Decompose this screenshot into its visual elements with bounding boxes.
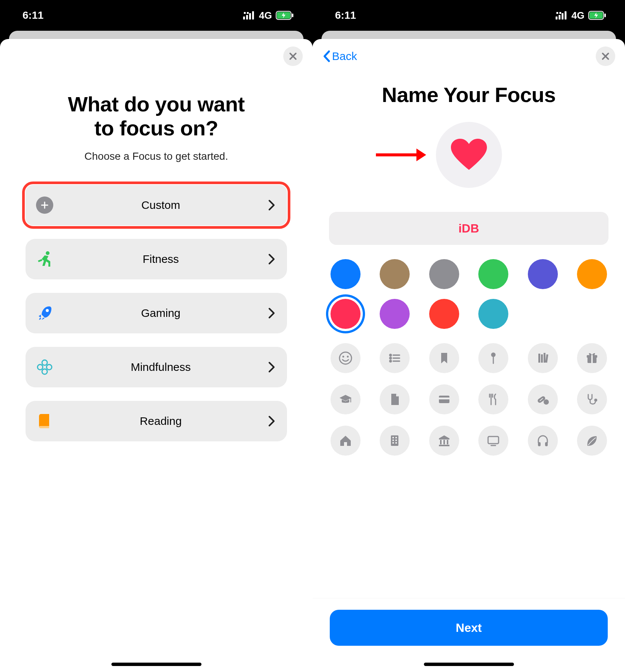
battery-charging-icon [276, 11, 294, 20]
color-swatch-indigo[interactable] [528, 259, 558, 289]
focus-icon-preview[interactable] [436, 122, 502, 188]
svg-point-34 [491, 352, 496, 357]
svg-rect-53 [392, 440, 394, 441]
color-swatch-pink[interactable] [331, 299, 361, 329]
svg-point-12 [42, 369, 47, 374]
svg-rect-50 [391, 435, 398, 446]
status-time: 6:11 [335, 9, 356, 21]
focus-name-input[interactable]: iDB [329, 212, 608, 245]
color-swatch-green[interactable] [478, 259, 508, 289]
svg-rect-36 [538, 354, 540, 363]
svg-rect-52 [395, 437, 397, 438]
back-label: Back [332, 50, 357, 63]
close-icon [601, 51, 610, 61]
svg-point-32 [390, 360, 391, 362]
glyph-bookmark-icon[interactable] [429, 343, 459, 373]
svg-rect-8 [292, 14, 293, 17]
page-subtitle: Choose a Focus to get started. [0, 144, 312, 185]
color-swatch-brown[interactable] [380, 259, 410, 289]
arrow-annotation-icon [374, 146, 427, 164]
svg-rect-23 [604, 14, 606, 17]
glyph-leaf-icon[interactable] [577, 426, 607, 456]
svg-point-25 [340, 352, 352, 364]
glyph-smile-icon[interactable] [331, 343, 361, 373]
svg-rect-2 [249, 13, 251, 20]
chevron-right-icon [268, 416, 276, 427]
color-picker [312, 245, 625, 329]
glyph-bank-icon[interactable] [429, 426, 459, 456]
page-title: Name Your Focus [312, 70, 625, 111]
home-indicator[interactable] [111, 663, 201, 666]
glyph-display-icon[interactable] [478, 426, 508, 456]
battery-charging-icon [588, 11, 606, 20]
svg-rect-5 [247, 12, 249, 14]
svg-point-9 [46, 251, 50, 255]
plus-circle-icon [36, 196, 53, 214]
glyph-pin-icon[interactable] [478, 343, 508, 373]
svg-point-27 [347, 356, 349, 358]
focus-option-gaming[interactable]: Gaming [26, 293, 287, 333]
close-button[interactable] [283, 46, 303, 66]
close-icon [288, 51, 298, 61]
screen-choose-focus: 6:11 4G What do you want to focus on? Ch… [0, 0, 312, 672]
status-indicators: 4G [243, 10, 294, 21]
status-time: 6:11 [23, 9, 44, 21]
back-button[interactable]: Back [322, 50, 357, 63]
svg-rect-45 [439, 398, 449, 399]
glyph-document-icon[interactable] [380, 384, 410, 414]
glyph-list-icon[interactable] [380, 343, 410, 373]
svg-point-14 [47, 364, 52, 370]
status-indicators: 4G [556, 10, 606, 21]
svg-rect-0 [243, 16, 245, 20]
svg-rect-56 [395, 442, 397, 444]
svg-rect-38 [544, 353, 545, 363]
color-swatch-red[interactable] [429, 299, 459, 329]
color-swatch-gray[interactable] [429, 259, 459, 289]
svg-rect-19 [556, 12, 558, 14]
svg-point-11 [42, 360, 47, 365]
focus-name-value: iDB [458, 222, 479, 236]
color-swatch-purple[interactable] [380, 299, 410, 329]
color-swatch-blue[interactable] [331, 259, 361, 289]
svg-rect-59 [447, 440, 448, 444]
svg-point-28 [390, 354, 391, 356]
glyph-picker [312, 329, 625, 456]
status-bar: 6:11 4G [312, 0, 625, 31]
focus-option-label: Reading [53, 415, 268, 428]
chevron-right-icon [268, 362, 276, 373]
glyph-grad-cap-icon[interactable] [331, 384, 361, 414]
color-swatch-teal[interactable] [478, 299, 508, 329]
focus-option-custom[interactable]: Custom [26, 185, 287, 225]
glyph-books-icon[interactable] [528, 343, 558, 373]
svg-rect-61 [488, 436, 499, 444]
svg-rect-4 [244, 12, 246, 14]
running-icon [36, 251, 53, 267]
focus-option-label: Mindfulness [53, 361, 268, 374]
focus-option-label: Fitness [53, 253, 268, 266]
modal-sheet: Back Name Your Focus iDB [312, 39, 625, 672]
next-button[interactable]: Next [330, 610, 608, 646]
svg-rect-37 [541, 354, 543, 363]
glyph-fork-knife-icon[interactable] [478, 384, 508, 414]
book-icon [36, 413, 53, 429]
close-button[interactable] [596, 46, 615, 66]
glyph-building-icon[interactable] [380, 426, 410, 456]
svg-point-13 [38, 364, 43, 370]
glyph-gift-icon[interactable] [577, 343, 607, 373]
color-swatch-orange[interactable] [577, 259, 607, 289]
next-label: Next [456, 621, 482, 635]
glyph-stethoscope-icon[interactable] [577, 384, 607, 414]
focus-option-reading[interactable]: Reading [26, 401, 287, 441]
svg-rect-60 [439, 445, 449, 446]
glyph-headphones-icon[interactable] [528, 426, 558, 456]
focus-options-list: Custom Fitness Gaming Mindfulness [0, 185, 312, 441]
glyph-card-icon[interactable] [429, 384, 459, 414]
glyph-pills-icon[interactable] [528, 384, 558, 414]
focus-option-mindfulness[interactable]: Mindfulness [26, 347, 287, 387]
glyph-house-icon[interactable] [331, 426, 361, 456]
home-indicator[interactable] [424, 663, 514, 666]
focus-option-fitness[interactable]: Fitness [26, 239, 287, 279]
signal-icon [556, 11, 568, 20]
svg-rect-64 [545, 442, 548, 446]
svg-point-30 [390, 357, 391, 359]
